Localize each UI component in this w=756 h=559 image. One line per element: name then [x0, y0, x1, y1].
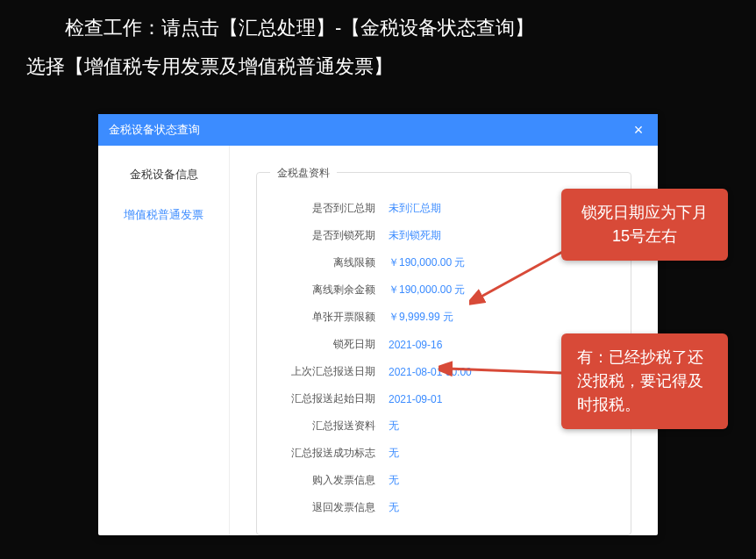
row-label: 退回发票信息: [275, 500, 389, 515]
row-label: 上次汇总报送日期: [275, 364, 389, 379]
row-value: ￥190,000.00 元: [389, 255, 465, 270]
row-value: 无: [389, 446, 399, 461]
status-query-modal: 金税设备状态查询 × 金税设备信息 增值税普通发票 金税盘资料 是否到汇总期 未…: [98, 114, 658, 535]
sidebar-item-device-info[interactable]: 金税设备信息: [98, 154, 229, 195]
row-value-summary-data: 无: [389, 419, 399, 434]
row-label: 汇总报送起始日期: [275, 391, 389, 406]
modal-title: 金税设备状态查询: [109, 122, 200, 138]
svg-line-0: [478, 250, 566, 298]
fieldset-legend: 金税盘资料: [270, 166, 337, 181]
row-value: ￥9,999.99 元: [389, 310, 453, 325]
modal-sidebar: 金税设备信息 增值税普通发票: [98, 146, 230, 535]
row-label: 汇总报送资料: [275, 419, 389, 434]
arrow-icon: [469, 246, 574, 307]
table-row: 汇总报送成功标志 无: [275, 440, 613, 467]
instruction-line2: 选择【增值税专用发票及增值税普通发票】: [0, 47, 756, 95]
sidebar-item-vat-general[interactable]: 增值税普通发票: [98, 195, 229, 235]
row-label: 单张开票限额: [275, 310, 389, 325]
instruction-line1: 检查工作：请点击【汇总处理】-【金税设备状态查询】: [0, 0, 756, 47]
row-value: ￥190,000.00 元: [389, 283, 465, 297]
close-icon[interactable]: ×: [630, 121, 647, 140]
row-label: 离线限额: [275, 255, 389, 270]
row-label: 锁死日期: [275, 337, 389, 352]
row-value: 2021-09-01: [389, 393, 442, 405]
row-label: 汇总报送成功标志: [275, 446, 389, 461]
table-row: 购入发票信息 无: [275, 467, 613, 494]
table-row: 退回发票信息 无: [275, 494, 613, 521]
row-value: 未到汇总期: [389, 201, 441, 216]
row-value: 无: [389, 473, 399, 488]
row-label: 离线剩余金额: [275, 283, 389, 297]
row-label: 是否到锁死期: [275, 228, 389, 243]
row-value: 未到锁死期: [389, 228, 441, 243]
svg-line-1: [447, 369, 561, 373]
row-label: 是否到汇总期: [275, 201, 389, 216]
modal-header: 金税设备状态查询 ×: [98, 114, 658, 146]
arrow-icon: [439, 351, 570, 386]
row-label: 购入发票信息: [275, 473, 389, 488]
table-row: 单张开票限额 ￥9,999.99 元: [275, 304, 613, 331]
callout-summary-data: 有：已经抄税了还没报税，要记得及时报税。: [561, 333, 728, 429]
row-value-lock-date: 2021-09-16: [389, 339, 442, 351]
row-value: 无: [389, 500, 399, 515]
callout-lock-date: 锁死日期应为下月15号左右: [561, 189, 728, 261]
